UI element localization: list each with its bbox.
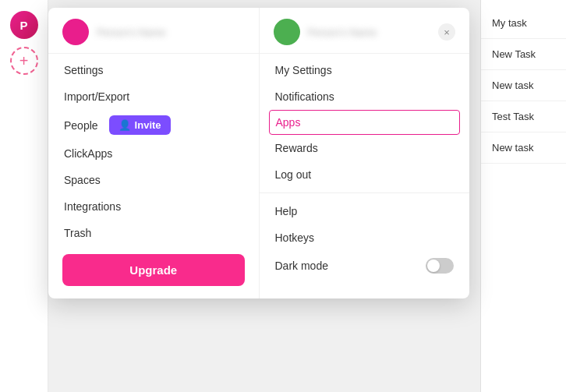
menu-item-settings[interactable]: Settings bbox=[48, 57, 259, 83]
menu-item-hotkeys[interactable]: Hotkeys bbox=[260, 224, 470, 251]
task-item[interactable]: New Task bbox=[481, 39, 566, 70]
menu-item-people[interactable]: People 👤 Invite bbox=[48, 110, 259, 140]
upgrade-button[interactable]: Upgrade bbox=[62, 254, 245, 286]
right-profile-header: Person's Name × bbox=[260, 8, 470, 54]
menu-item-trash[interactable]: Trash bbox=[48, 220, 259, 246]
menu-item-import-export[interactable]: Import/Export bbox=[48, 83, 259, 110]
right-profile-avatar bbox=[274, 19, 300, 45]
help-label: Help bbox=[275, 205, 298, 217]
menu-item-log-out[interactable]: Log out bbox=[260, 161, 470, 188]
task-item[interactable]: New task bbox=[481, 132, 566, 164]
dark-mode-label: Dark mode bbox=[275, 260, 328, 272]
sidebar-strip: P + bbox=[0, 0, 48, 392]
log-out-label: Log out bbox=[275, 168, 312, 181]
user-avatar[interactable]: P bbox=[10, 11, 38, 39]
apps-label: Apps bbox=[276, 116, 301, 129]
menu-divider bbox=[260, 192, 470, 193]
menu-item-dark-mode[interactable]: Dark mode bbox=[260, 251, 470, 281]
close-icon: × bbox=[444, 26, 450, 38]
menu-item-help[interactable]: Help bbox=[260, 198, 470, 224]
import-export-label: Import/Export bbox=[64, 90, 129, 103]
right-profile-name: Person's Name bbox=[308, 26, 377, 38]
notifications-label: Notifications bbox=[275, 90, 334, 103]
settings-label: Settings bbox=[64, 64, 104, 76]
menu-item-spaces[interactable]: Spaces bbox=[48, 167, 259, 193]
dark-mode-toggle[interactable] bbox=[426, 258, 454, 274]
invite-button[interactable]: 👤 Invite bbox=[109, 115, 171, 135]
menu-item-my-settings[interactable]: My Settings bbox=[260, 57, 470, 83]
menu-item-integrations[interactable]: Integrations bbox=[48, 193, 259, 220]
dropdown-left-column: Person's Name Settings Import/Export Peo… bbox=[48, 8, 260, 298]
task-item[interactable]: New task bbox=[481, 70, 566, 101]
task-panel: My task New Task New task Test Task New … bbox=[480, 0, 566, 392]
people-label: People bbox=[64, 119, 98, 132]
person-icon: 👤 bbox=[119, 119, 131, 131]
task-item[interactable]: Test Task bbox=[481, 101, 566, 132]
task-item[interactable]: My task bbox=[481, 8, 566, 39]
clickapps-label: ClickApps bbox=[64, 147, 112, 160]
dropdown-right-column: Person's Name × My Settings Notification… bbox=[260, 8, 470, 298]
menu-item-apps[interactable]: Apps bbox=[269, 110, 461, 135]
close-button[interactable]: × bbox=[438, 23, 455, 41]
integrations-label: Integrations bbox=[64, 200, 121, 213]
plus-icon: + bbox=[19, 52, 29, 70]
rewards-label: Rewards bbox=[275, 142, 318, 154]
trash-label: Trash bbox=[64, 227, 91, 239]
left-profile-name: Person's Name bbox=[97, 26, 165, 38]
my-settings-label: My Settings bbox=[275, 64, 332, 76]
menu-item-notifications[interactable]: Notifications bbox=[260, 83, 470, 110]
left-profile-header: Person's Name bbox=[48, 8, 259, 54]
upgrade-label: Upgrade bbox=[129, 263, 177, 277]
invite-label: Invite bbox=[135, 119, 161, 131]
add-workspace-button[interactable]: + bbox=[10, 47, 38, 75]
left-profile-avatar bbox=[62, 19, 89, 45]
spaces-label: Spaces bbox=[64, 174, 101, 186]
menu-item-clickapps[interactable]: ClickApps bbox=[48, 140, 259, 167]
dropdown-menu: Person's Name Settings Import/Export Peo… bbox=[48, 8, 469, 298]
menu-item-rewards[interactable]: Rewards bbox=[260, 135, 470, 161]
avatar-initial: P bbox=[19, 19, 27, 32]
hotkeys-label: Hotkeys bbox=[275, 231, 315, 244]
